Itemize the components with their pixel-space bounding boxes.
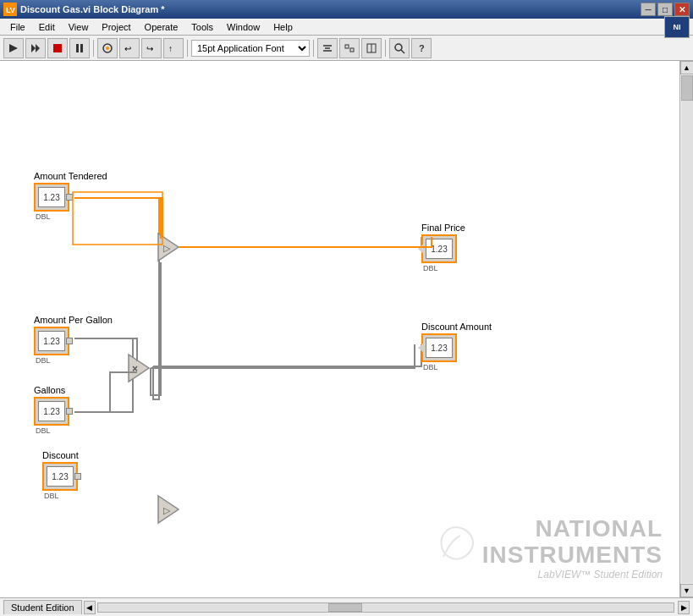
gallons-node[interactable]: Gallons 1.23 DBL: [34, 385, 69, 426]
scroll-down-button[interactable]: ▼: [680, 584, 694, 597]
amount-per-gallon-value: 1.23: [38, 331, 65, 351]
menu-help[interactable]: Help: [267, 20, 300, 34]
svg-text:↪: ↪: [146, 44, 153, 53]
svg-text:▷: ▷: [163, 243, 171, 253]
minimize-button[interactable]: ─: [641, 3, 656, 16]
highlight-button[interactable]: [97, 38, 118, 58]
title-bar: LV Discount Gas.vi Block Diagram * ─ □ ✕: [0, 0, 693, 19]
watermark-line1: NATIONAL: [482, 516, 663, 542]
amount-tendered-dbl: DBL: [36, 212, 51, 221]
amount-per-gallon-control[interactable]: 1.23 DBL: [34, 327, 69, 355]
amount-per-gallon-terminal: [66, 338, 73, 344]
svg-text:LV: LV: [6, 6, 15, 14]
step-over-button[interactable]: ↩: [119, 38, 140, 58]
scroll-up-button[interactable]: ▲: [680, 61, 694, 74]
app-icon: LV: [3, 3, 17, 16]
gallons-terminal: [66, 408, 73, 415]
amount-tendered-label: Amount Tendered: [34, 171, 107, 181]
run-button[interactable]: [3, 38, 24, 58]
amount-tendered-node[interactable]: Amount Tendered 1.23 DBL: [34, 171, 107, 212]
discount-control[interactable]: 1.23 DBL: [42, 462, 78, 491]
toolbar-sep-4: [385, 40, 386, 57]
svg-text:↑: ↑: [168, 44, 173, 53]
amount-tendered-control[interactable]: 1.23 DBL: [34, 183, 69, 212]
status-scroll-right[interactable]: ▶: [678, 601, 690, 614]
amount-per-gallon-label: Amount Per Gallon: [34, 315, 113, 325]
final-price-value: 1.23: [426, 239, 453, 259]
toolbar: ↩ ↪ ↑ 15pt Application Font ?: [0, 36, 693, 61]
final-price-indicator[interactable]: 1.23 DBL: [421, 234, 457, 263]
gallons-label: Gallons: [34, 385, 65, 395]
svg-marker-3: [31, 44, 36, 52]
discount-terminal: [74, 473, 81, 480]
amount-per-gallon-dbl: DBL: [36, 356, 51, 365]
ni-watermark: NATIONAL INSTRUMENTS LabVIEW™ Student Ed…: [435, 516, 663, 580]
amount-per-gallon-node[interactable]: Amount Per Gallon 1.23 DBL: [34, 315, 113, 355]
search-button[interactable]: [389, 38, 410, 58]
menu-bar: File Edit View Project Operate Tools Win…: [0, 19, 693, 36]
align-button[interactable]: [317, 38, 338, 58]
gallons-dbl: DBL: [36, 426, 51, 435]
add-operator[interactable]: ▷: [157, 232, 180, 264]
menu-operate[interactable]: Operate: [138, 20, 185, 34]
discount-node[interactable]: Discount 1.23 DBL: [42, 450, 79, 491]
right-scrollbar[interactable]: ▲ ▼: [679, 61, 693, 597]
toolbar-sep-3: [313, 40, 314, 57]
watermark-line2: INSTRUMENTS: [482, 542, 663, 569]
run-cont-button[interactable]: [25, 38, 46, 58]
final-price-node[interactable]: Final Price 1.23 DBL: [421, 223, 465, 263]
menu-edit[interactable]: Edit: [32, 20, 62, 34]
discount-amount-node[interactable]: Discount Amount 1.23 DBL: [421, 322, 492, 362]
final-price-dbl: DBL: [423, 264, 438, 272]
student-edition-tab[interactable]: Student Edition: [3, 600, 82, 614]
svg-marker-2: [9, 44, 18, 52]
menu-tools[interactable]: Tools: [184, 20, 220, 34]
discount-label: Discount: [42, 450, 79, 460]
amount-tendered-value: 1.23: [38, 187, 65, 207]
gallons-control[interactable]: 1.23 DBL: [34, 397, 69, 426]
svg-point-20: [395, 44, 402, 51]
discount-amount-label: Discount Amount: [421, 322, 492, 332]
menu-project[interactable]: Project: [95, 20, 137, 34]
svg-rect-16: [345, 45, 349, 48]
resize-button[interactable]: [361, 38, 382, 58]
svg-rect-6: [76, 44, 79, 52]
svg-text:↩: ↩: [124, 44, 131, 53]
status-bar: Student Edition ◀ ▶: [0, 597, 693, 616]
scroll-track[interactable]: [681, 75, 693, 583]
final-price-label: Final Price: [421, 223, 465, 233]
amount-tendered-terminal: [66, 194, 73, 201]
discount-amount-arrow: [418, 342, 425, 354]
font-selector[interactable]: 15pt Application Font: [191, 40, 310, 57]
status-scroll-left[interactable]: ◀: [84, 601, 96, 614]
svg-rect-17: [350, 48, 354, 52]
discount-amount-indicator[interactable]: 1.23 DBL: [421, 333, 457, 362]
menu-file[interactable]: File: [3, 20, 32, 34]
toolbar-sep-1: [93, 40, 94, 57]
step-out-button[interactable]: ↑: [163, 38, 184, 58]
maximize-button[interactable]: □: [657, 3, 673, 16]
window-title: Discount Gas.vi Block Diagram *: [20, 4, 639, 14]
discount-amount-value: 1.23: [426, 338, 453, 358]
watermark-line3: LabVIEW™ Student Edition: [482, 569, 663, 580]
svg-text:×: ×: [132, 363, 138, 375]
final-price-arrow: [418, 243, 425, 255]
multiply-operator[interactable]: ×: [127, 353, 151, 385]
abort-button[interactable]: [47, 38, 68, 58]
close-button[interactable]: ✕: [674, 3, 690, 16]
distribute-button[interactable]: [339, 38, 360, 58]
discount-amount-dbl: DBL: [423, 363, 438, 371]
status-scrollbar[interactable]: [97, 602, 674, 613]
menu-window[interactable]: Window: [220, 20, 267, 34]
pause-button[interactable]: [69, 38, 90, 58]
step-into-button[interactable]: ↪: [141, 38, 162, 58]
ni-logo-button[interactable]: NI: [664, 16, 690, 38]
menu-view[interactable]: View: [62, 20, 96, 34]
status-scrollbar-thumb[interactable]: [328, 603, 362, 612]
svg-text:?: ?: [419, 43, 425, 53]
svg-rect-7: [80, 44, 83, 52]
unknown-operator[interactable]: ▷: [157, 494, 180, 526]
block-diagram-canvas[interactable]: Amount Tendered 1.23 DBL Amount Per Gall…: [0, 61, 679, 597]
scroll-thumb[interactable]: [681, 75, 693, 101]
help-button[interactable]: ?: [411, 38, 432, 58]
